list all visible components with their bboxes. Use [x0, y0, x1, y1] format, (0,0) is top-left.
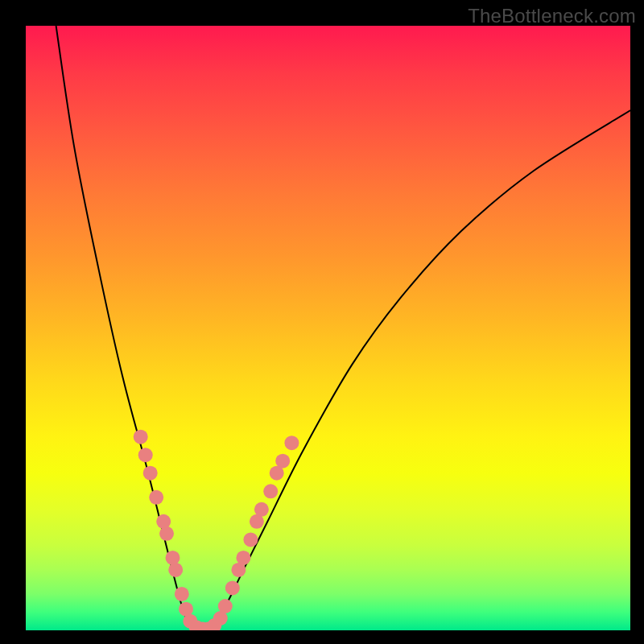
marker-dot [149, 490, 163, 505]
marker-dot [168, 563, 183, 577]
plot-area [26, 26, 630, 630]
marker-dot [143, 466, 158, 481]
marker-dot [159, 526, 174, 541]
marker-dot [243, 532, 258, 547]
marker-dot [134, 430, 148, 444]
marker-dot [284, 436, 299, 450]
marker-dot [166, 551, 180, 565]
marker-dot [156, 514, 171, 529]
marker-dot [263, 484, 278, 498]
marker-dot [236, 551, 250, 565]
watermark-text: TheBottleneck.com [468, 5, 636, 27]
marker-dot [275, 454, 290, 469]
marker-dots [134, 430, 299, 630]
bottleneck-curve [56, 26, 630, 630]
marker-dot [175, 587, 189, 601]
marker-dot [254, 502, 269, 517]
marker-dot [225, 580, 240, 595]
chart-frame: TheBottleneck.com [0, 0, 644, 644]
curve-svg [26, 26, 630, 630]
marker-dot [218, 599, 233, 613]
marker-dot [138, 448, 153, 462]
